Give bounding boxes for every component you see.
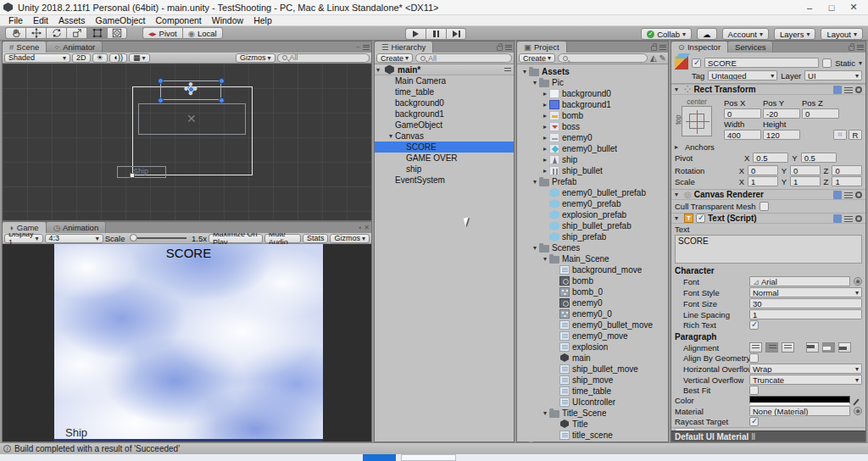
- hierarchy-item-time-table[interactable]: time_table: [375, 86, 514, 97]
- scale-y-field[interactable]: 1: [790, 176, 821, 186]
- active-checkbox[interactable]: [692, 58, 701, 68]
- hierarchy-create-dropdown[interactable]: Create▾: [376, 53, 413, 63]
- project-item-bomb[interactable]: ▸bomb: [517, 110, 668, 121]
- pan-tool-button[interactable]: [5, 27, 25, 39]
- hierarchy-item-main-camera[interactable]: Main Camera: [375, 75, 514, 86]
- search-by-type-icon[interactable]: ◭: [650, 53, 657, 63]
- project-item-explosion-prefab[interactable]: explosion_prefab: [517, 209, 668, 220]
- maximize-on-play-toggle[interactable]: Maximize On Play: [209, 234, 263, 243]
- reference-icon[interactable]: [833, 86, 842, 94]
- hierarchy-item-gameobject[interactable]: GameObject: [375, 119, 514, 131]
- project-item-background1[interactable]: ▸background1: [517, 99, 668, 110]
- gear-icon[interactable]: [855, 215, 862, 222]
- minimize-button[interactable]: –: [798, 1, 821, 14]
- project-item-enemy0-bullet-prefab[interactable]: enemy0_bullet_prefab: [517, 187, 668, 198]
- rich-text-checkbox[interactable]: [749, 320, 759, 330]
- game-gizmos-dropdown[interactable]: Gizmos▾: [330, 234, 370, 243]
- vertical-overflow-dropdown[interactable]: Truncate▾: [749, 375, 862, 385]
- scene-viewport[interactable]: ✕ Ship ✣: [3, 64, 371, 220]
- project-item-ship-bullet-prefab[interactable]: ship_bullet_prefab: [517, 220, 668, 231]
- font-field[interactable]: ⊿Arial: [749, 276, 850, 286]
- color-swatch[interactable]: [749, 396, 850, 405]
- 2d-toggle[interactable]: 2D: [72, 53, 91, 63]
- scale-z-field[interactable]: 1: [832, 176, 862, 186]
- text-script-header[interactable]: ▾ T Text (Script): [671, 213, 865, 224]
- expand-arrow-icon[interactable]: ▾: [531, 178, 539, 186]
- project-item-ship-prefab[interactable]: ship_prefab: [517, 231, 668, 242]
- project-item-time-table[interactable]: time_table: [517, 386, 668, 397]
- pause-button[interactable]: [426, 28, 446, 40]
- align-top-button[interactable]: [806, 342, 819, 353]
- expand-arrow-icon[interactable]: ▸: [541, 101, 549, 108]
- project-item-scenes[interactable]: ▾Scenes: [517, 242, 668, 253]
- menu-gameobject[interactable]: GameObject: [91, 15, 151, 25]
- tab-game[interactable]: ◗Game: [3, 222, 47, 233]
- stats-toggle[interactable]: Stats: [303, 234, 329, 243]
- hierarchy-item-game-over[interactable]: GAME OVER: [375, 153, 514, 164]
- taskbar-app[interactable]: [401, 454, 456, 461]
- gear-icon[interactable]: [855, 86, 862, 93]
- project-item-prefab[interactable]: ▾Prefab: [517, 176, 668, 187]
- layer-dropdown[interactable]: UI▾: [804, 70, 862, 81]
- shading-mode-dropdown[interactable]: Shaded▾: [4, 53, 70, 63]
- project-create-dropdown[interactable]: Create▾: [519, 53, 555, 63]
- scene-search-input[interactable]: All: [277, 53, 370, 63]
- align-bottom-button[interactable]: [838, 342, 851, 353]
- gear-icon[interactable]: [855, 192, 862, 198]
- transform-tool-button[interactable]: [107, 27, 127, 39]
- pos-y-field[interactable]: -20: [763, 108, 800, 119]
- project-item-background0[interactable]: ▸background0: [517, 88, 668, 99]
- lock-icon[interactable]: [497, 46, 503, 51]
- align-left-button[interactable]: [749, 342, 762, 353]
- project-item-enemy0-0[interactable]: enemy0_0: [517, 308, 668, 319]
- local-toggle-button[interactable]: ◉Local: [182, 27, 223, 39]
- menu-help[interactable]: Help: [248, 15, 277, 25]
- anchor-preset-widget[interactable]: [682, 106, 712, 136]
- scale-slider[interactable]: [130, 237, 186, 239]
- presets-icon[interactable]: [844, 214, 853, 223]
- menu-component[interactable]: Component: [150, 15, 206, 25]
- canvas-corner-handle[interactable]: [130, 173, 135, 178]
- project-item-enemy0-move[interactable]: enemy0_move: [517, 330, 668, 342]
- move-gizmo[interactable]: ✣: [180, 78, 202, 100]
- project-item-pic[interactable]: ▾Pic: [517, 77, 668, 88]
- tab-services[interactable]: Services: [728, 42, 773, 53]
- move-tool-button[interactable]: [25, 27, 46, 39]
- hierarchy-item-ship[interactable]: ship: [375, 164, 514, 175]
- expand-arrow-icon[interactable]: ▸: [541, 167, 549, 175]
- scene-panel-menu[interactable]: −: [356, 43, 370, 51]
- presets-icon[interactable]: [844, 191, 853, 199]
- menu-assets[interactable]: Assets: [53, 15, 91, 25]
- font-style-dropdown[interactable]: Normal▾: [749, 287, 862, 297]
- raycast-target-checkbox[interactable]: [749, 417, 759, 426]
- static-checkbox[interactable]: [822, 58, 832, 68]
- project-item-ship-bullet[interactable]: ▸ship_bullet: [517, 165, 668, 176]
- expand-arrow-icon[interactable]: ▸: [541, 156, 549, 164]
- hierarchy-scene-header[interactable]: ▾ main*: [375, 64, 514, 75]
- hierarchy-item-background1[interactable]: background1: [375, 108, 514, 119]
- align-middle-button[interactable]: [822, 342, 835, 353]
- project-item-assets[interactable]: ▾Assets: [517, 66, 668, 77]
- project-item-bomb[interactable]: bomb: [517, 275, 668, 286]
- menu-edit[interactable]: Edit: [28, 15, 53, 25]
- text-value-textarea[interactable]: SCORE: [675, 235, 862, 264]
- expand-arrow-icon[interactable]: ▾: [531, 244, 539, 252]
- display-dropdown[interactable]: Display 1▾: [4, 234, 43, 243]
- rect-transform-header[interactable]: ▾⁘ Rect Transform: [671, 84, 865, 95]
- project-item-ship-move[interactable]: ship_move: [517, 375, 668, 386]
- expand-arrow-icon[interactable]: ▸: [541, 112, 549, 119]
- project-item-title-scene[interactable]: title_scene: [517, 430, 668, 441]
- blueprint-mode-button[interactable]: ⌗: [833, 130, 847, 140]
- project-item-uicontroller[interactable]: UIcontroller: [517, 397, 668, 408]
- material-field[interactable]: None (Material): [749, 406, 850, 416]
- project-item-ship[interactable]: ▸ship: [517, 154, 668, 165]
- project-item-main-scene[interactable]: ▾Main_Scene: [517, 253, 668, 264]
- rotate-tool-button[interactable]: [46, 27, 66, 39]
- name-field[interactable]: SCORE: [704, 58, 819, 68]
- project-item-enemy0-bullet[interactable]: ▸enemy0_bullet: [517, 143, 668, 154]
- text-enabled-checkbox[interactable]: [696, 214, 705, 223]
- tab-hierarchy[interactable]: ☰Hierarchy: [375, 42, 433, 53]
- preview-bar[interactable]: Default UI Material‖: [671, 430, 865, 442]
- project-item-enemy0[interactable]: ▸enemy0: [517, 132, 668, 143]
- menu-file[interactable]: File: [3, 15, 28, 25]
